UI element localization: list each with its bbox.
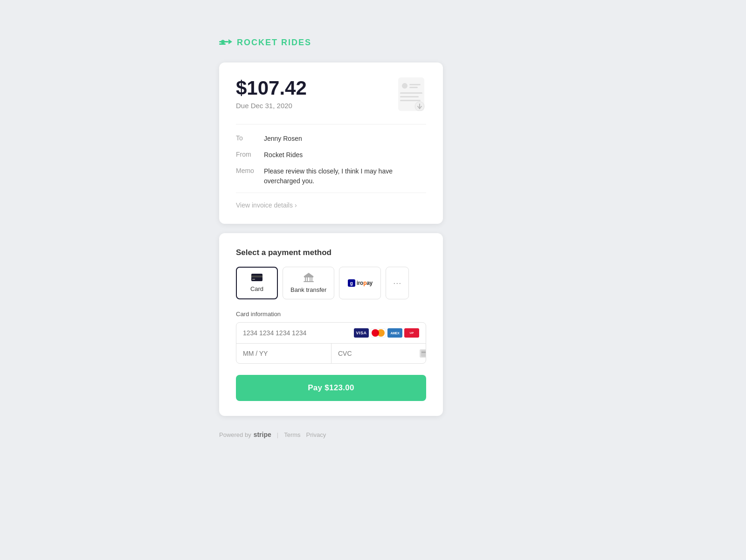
payment-method-more[interactable]: ··· — [386, 267, 409, 299]
footer: Powered by stripe | Terms Privacy — [219, 431, 326, 438]
logo-text: ROCKET RIDES — [237, 38, 311, 48]
svg-rect-1 — [219, 43, 226, 45]
svg-rect-19 — [307, 277, 308, 281]
logo-area: ROCKET RIDES — [219, 37, 311, 48]
card-number-input[interactable] — [243, 329, 354, 337]
invoice-document-icon[interactable] — [396, 77, 426, 111]
to-value: Jenny Rosen — [264, 134, 302, 144]
bank-icon — [304, 273, 314, 283]
rocket-icon — [219, 37, 232, 48]
view-invoice-link[interactable]: View invoice details › — [236, 201, 426, 209]
amex-logo: AMEX — [387, 328, 402, 338]
to-label: To — [236, 134, 264, 142]
svg-rect-16 — [304, 277, 313, 277]
from-label: From — [236, 150, 264, 158]
payment-method-bank[interactable]: Bank transfer — [283, 267, 334, 299]
card-logos: VISA AMEX UP — [354, 328, 419, 338]
visa-logo: VISA — [354, 328, 369, 338]
card-input-group: VISA AMEX UP — [236, 322, 426, 364]
expiry-input[interactable] — [236, 344, 332, 363]
payment-methods: Card Bank — [236, 267, 426, 299]
svg-rect-8 — [400, 92, 422, 94]
invoice-amount: $107.42 — [236, 77, 307, 99]
payment-card: Select a payment method Card — [219, 233, 443, 416]
stripe-logo: stripe — [254, 431, 271, 438]
invoice-details: To Jenny Rosen From Rocket Rides Memo Pl… — [236, 124, 426, 186]
card-method-label: Card — [250, 285, 263, 292]
payment-section-title: Select a payment method — [236, 248, 426, 257]
invoice-from-row: From Rocket Rides — [236, 150, 426, 160]
invoice-header: $107.42 Due Dec 31, 2020 — [236, 77, 426, 111]
invoice-to-row: To Jenny Rosen — [236, 134, 426, 144]
cvc-input[interactable] — [338, 350, 420, 357]
card-number-row: VISA AMEX UP — [236, 323, 426, 344]
giropay-icon: giropay — [348, 279, 373, 287]
terms-link[interactable]: Terms — [284, 431, 300, 438]
invoice-link-row: View invoice details › — [236, 193, 426, 209]
payment-method-card[interactable]: Card — [236, 267, 278, 299]
invoice-amount-section: $107.42 Due Dec 31, 2020 — [236, 77, 307, 110]
svg-marker-22 — [304, 273, 314, 277]
svg-rect-6 — [409, 84, 421, 85]
invoice-due-date: Due Dec 31, 2020 — [236, 102, 307, 110]
cvc-row: 123 — [332, 344, 426, 363]
svg-rect-18 — [305, 277, 306, 281]
svg-rect-17 — [304, 281, 314, 282]
card-info-label: Card information — [236, 311, 426, 318]
main-content: $107.42 Due Dec 31, 2020 — [219, 62, 443, 416]
chevron-right-icon: › — [295, 201, 297, 209]
from-value: Rocket Rides — [264, 150, 303, 160]
svg-rect-23 — [421, 350, 426, 357]
invoice-card: $107.42 Due Dec 31, 2020 — [219, 62, 443, 224]
svg-rect-21 — [311, 277, 312, 281]
pay-button[interactable]: Pay $123.00 — [236, 375, 426, 401]
bank-method-label: Bank transfer — [290, 286, 326, 293]
card-bottom-row: 123 — [236, 344, 426, 363]
svg-point-2 — [221, 40, 225, 44]
powered-by-label: Powered by — [219, 431, 251, 438]
svg-point-5 — [402, 83, 408, 89]
svg-rect-10 — [400, 100, 421, 101]
svg-marker-3 — [228, 39, 232, 44]
invoice-memo-row: Memo Please review this closely, I think… — [236, 166, 426, 186]
memo-value: Please review this closely, I think I ma… — [264, 166, 426, 186]
svg-rect-9 — [400, 96, 419, 97]
svg-rect-15 — [252, 279, 255, 280]
powered-by: Powered by stripe — [219, 431, 271, 438]
cvc-icon: 123 — [420, 349, 426, 358]
more-options-icon: ··· — [393, 278, 401, 288]
svg-rect-7 — [409, 87, 418, 88]
mastercard-logo — [371, 328, 386, 338]
credit-card-icon — [251, 274, 262, 283]
svg-rect-14 — [251, 276, 262, 277]
svg-rect-24 — [421, 352, 426, 353]
payment-method-giropay[interactable]: giropay Giropay — [339, 267, 381, 299]
memo-label: Memo — [236, 166, 264, 174]
svg-rect-20 — [310, 277, 311, 281]
privacy-link[interactable]: Privacy — [306, 431, 326, 438]
unionpay-logo: UP — [404, 328, 419, 338]
footer-divider: | — [277, 431, 278, 438]
